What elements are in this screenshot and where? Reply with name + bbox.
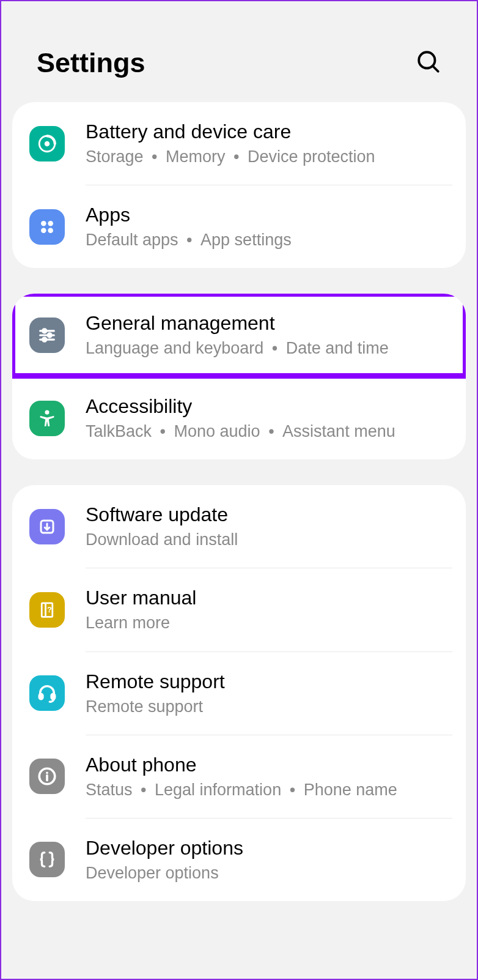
item-subtitle: Language and keyboard • Date and time <box>86 338 452 359</box>
settings-item-about[interactable]: About phoneStatus • Legal information • … <box>12 735 466 818</box>
svg-point-3 <box>45 141 50 146</box>
item-subtitle: Remote support <box>86 696 452 718</box>
apps-icon <box>29 209 65 245</box>
svg-point-5 <box>48 221 53 226</box>
svg-point-22 <box>46 772 48 774</box>
settings-item-general[interactable]: General managementLanguage and keyboard … <box>12 294 466 376</box>
item-title: Software update <box>86 502 452 527</box>
item-title: Apps <box>86 202 452 227</box>
search-icon <box>416 49 441 75</box>
item-title: Remote support <box>86 669 452 694</box>
item-subtitle: Status • Legal information • Phone name <box>86 779 452 801</box>
battery-care-icon <box>29 126 65 161</box>
svg-rect-19 <box>39 694 43 700</box>
item-subtitle: Developer options <box>86 863 452 884</box>
manual-icon: ? <box>29 592 65 628</box>
sliders-icon <box>29 317 65 353</box>
settings-item-software[interactable]: Software updateDownload and install <box>12 485 466 568</box>
svg-line-1 <box>433 66 438 72</box>
accessibility-icon <box>29 401 65 436</box>
svg-point-13 <box>43 338 46 341</box>
item-title: User manual <box>86 585 452 610</box>
settings-item-accessibility[interactable]: AccessibilityTalkBack • Mono audio • Ass… <box>12 377 466 459</box>
svg-point-11 <box>48 333 51 337</box>
search-button[interactable] <box>411 44 446 81</box>
headset-icon <box>29 675 65 711</box>
item-subtitle: Learn more <box>86 612 452 634</box>
svg-point-14 <box>45 410 49 414</box>
settings-item-remote[interactable]: Remote supportRemote support <box>12 652 466 735</box>
item-title: General management <box>86 311 452 335</box>
item-subtitle: Default apps • App settings <box>86 229 452 251</box>
item-title: Developer options <box>86 836 452 860</box>
item-title: About phone <box>86 752 452 777</box>
svg-point-7 <box>48 228 53 233</box>
item-title: Battery and device care <box>86 119 452 144</box>
item-subtitle: Download and install <box>86 529 452 551</box>
settings-item-apps[interactable]: AppsDefault apps • App settings <box>12 185 466 268</box>
settings-item-manual[interactable]: ?User manualLearn more <box>12 568 466 651</box>
item-title: Accessibility <box>86 394 452 418</box>
svg-text:?: ? <box>47 606 52 614</box>
settings-item-battery[interactable]: Battery and device careStorage • Memory … <box>12 102 466 185</box>
svg-point-6 <box>41 228 46 233</box>
page-title: Settings <box>37 47 145 79</box>
info-icon <box>29 759 65 794</box>
svg-point-9 <box>43 329 46 333</box>
item-subtitle: TalkBack • Mono audio • Assistant menu <box>86 421 452 442</box>
svg-point-4 <box>41 221 46 226</box>
settings-item-developer[interactable]: Developer optionsDeveloper options <box>12 819 466 901</box>
item-subtitle: Storage • Memory • Device protection <box>86 146 452 168</box>
update-icon <box>29 509 65 544</box>
braces-icon <box>29 842 65 877</box>
